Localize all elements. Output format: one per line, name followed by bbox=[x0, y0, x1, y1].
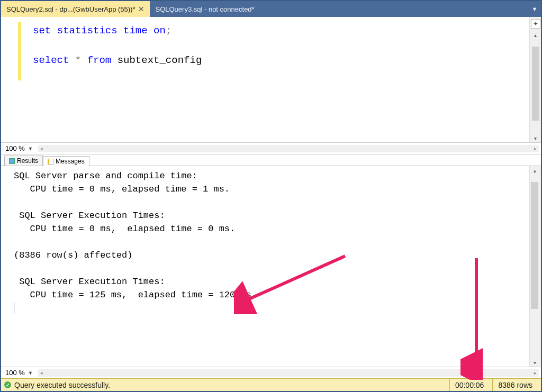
messages-pane: SQL Server parse and compile time: CPU t… bbox=[1, 166, 541, 367]
scrollbar-thumb[interactable] bbox=[531, 182, 538, 309]
vertical-scrollbar[interactable] bbox=[530, 175, 539, 358]
keyword: set bbox=[33, 25, 51, 37]
message-line: SQL Server Execution Times: bbox=[14, 277, 165, 287]
messages-zoom-row: 100 % ▼ ◂ ▸ bbox=[1, 367, 541, 378]
message-line: SQL Server Execution Times: bbox=[14, 211, 165, 221]
keyword: select bbox=[33, 54, 69, 66]
change-marker bbox=[18, 22, 21, 80]
document-tab-active[interactable]: SQLQuery2.sql - dp...(GwbUserApp (55))* … bbox=[1, 1, 150, 17]
keyword: on bbox=[153, 25, 166, 37]
zoom-level: 100 % bbox=[1, 144, 28, 152]
scroll-left-icon[interactable]: ◂ bbox=[38, 369, 46, 377]
message-line: CPU time = 125 ms, elapsed time = 120 ms… bbox=[14, 290, 257, 300]
results-tab-bar: Results Messages bbox=[1, 154, 541, 166]
editor-zoom-row: 100 % ▼ ◂ ▸ bbox=[1, 143, 541, 154]
tab-overflow-dropdown[interactable]: ▼ bbox=[528, 1, 541, 17]
scroll-right-icon[interactable]: ▸ bbox=[531, 145, 539, 152]
scroll-up-icon[interactable]: ▴ bbox=[530, 166, 539, 175]
editor-gutter bbox=[1, 17, 21, 142]
tab-messages[interactable]: Messages bbox=[43, 156, 89, 166]
vertical-scrollbar[interactable] bbox=[531, 39, 540, 134]
editor-scrollbar-column: ✦ ▴ ▾ bbox=[529, 17, 541, 142]
zoom-dropdown-icon[interactable]: ▼ bbox=[28, 146, 36, 151]
message-line: (8386 row(s) affected) bbox=[14, 250, 132, 260]
operator: * bbox=[75, 54, 81, 66]
status-elapsed-time: 00:00:06 bbox=[449, 379, 490, 391]
scroll-right-icon[interactable]: ▸ bbox=[531, 369, 539, 377]
tab-label: Messages bbox=[56, 158, 85, 165]
identifier: subtext_config bbox=[118, 54, 202, 66]
horizontal-scrollbar[interactable]: ◂ ▸ bbox=[38, 369, 539, 377]
page-icon bbox=[48, 159, 53, 165]
scrollbar-thumb[interactable] bbox=[532, 47, 539, 121]
document-tab[interactable]: SQLQuery3.sql - not connected* bbox=[150, 1, 259, 17]
document-tab-label: SQLQuery2.sql - dp...(GwbUserApp (55))* bbox=[6, 5, 135, 13]
keyword: time bbox=[123, 25, 148, 37]
keyword: statistics bbox=[57, 25, 118, 37]
message-line: CPU time = 0 ms, elapsed time = 0 ms. bbox=[14, 224, 235, 234]
zoom-dropdown-icon[interactable]: ▼ bbox=[28, 370, 36, 376]
sql-editor-pane: set statistics time on; select * from su… bbox=[1, 17, 541, 143]
sql-editor[interactable]: set statistics time on; select * from su… bbox=[21, 17, 529, 142]
status-message: Query executed successfully. bbox=[14, 381, 110, 389]
messages-scrollbar-column: ▴ ▾ bbox=[529, 166, 541, 367]
scroll-down-icon[interactable]: ▾ bbox=[531, 134, 540, 142]
tab-results[interactable]: Results bbox=[4, 156, 43, 166]
document-tab-label: SQLQuery3.sql - not connected* bbox=[155, 5, 254, 13]
zoom-level: 100 % bbox=[1, 369, 28, 377]
close-icon[interactable]: ✕ bbox=[138, 5, 144, 13]
message-line: SQL Server parse and compile time: bbox=[14, 171, 203, 181]
message-line: CPU time = 0 ms, elapsed time = 1 ms. bbox=[14, 184, 230, 194]
scroll-up-icon[interactable]: ▴ bbox=[531, 31, 540, 39]
tab-label: Results bbox=[17, 157, 38, 165]
keyword: from bbox=[87, 54, 112, 66]
text-caret bbox=[14, 303, 14, 313]
grid-icon bbox=[9, 158, 15, 164]
split-pane-icon[interactable]: ✦ bbox=[531, 19, 540, 29]
horizontal-scrollbar[interactable]: ◂ ▸ bbox=[38, 145, 539, 152]
messages-output[interactable]: SQL Server parse and compile time: CPU t… bbox=[1, 166, 529, 367]
scroll-left-icon[interactable]: ◂ bbox=[38, 145, 46, 152]
status-bar: ✓ Query executed successfully. 00:00:06 … bbox=[1, 378, 541, 391]
status-row-count: 8386 rows bbox=[492, 379, 538, 391]
document-tab-bar: SQLQuery2.sql - dp...(GwbUserApp (55))* … bbox=[1, 1, 541, 17]
success-icon: ✓ bbox=[4, 381, 11, 388]
scroll-down-icon[interactable]: ▾ bbox=[530, 358, 539, 367]
